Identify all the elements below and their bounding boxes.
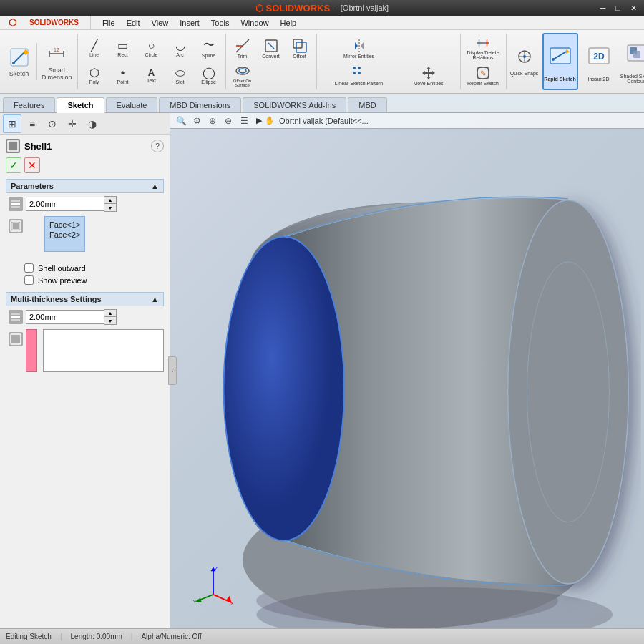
status-item-2: Length: 0.00mm (71, 633, 122, 640)
panel-config-btn[interactable]: ⊙ (43, 114, 62, 133)
tab-solidworks-addins[interactable]: SOLIDWORKS Add-Ins (243, 97, 346, 112)
title-bar: ⬡ SOLIDWORKS - [Obrtni valjak] ─ □ ✕ (0, 0, 644, 16)
face-list[interactable]: Face<1> Face<2> (44, 216, 85, 252)
slot-button[interactable]: ⬭ Slot (167, 62, 194, 88)
smart-dimension-button[interactable]: 12 (45, 42, 68, 65)
convert-entities-button[interactable]: Convert (258, 35, 285, 61)
search-icon[interactable]: 🔍 (175, 114, 187, 127)
parameters-label: Parameters (11, 182, 54, 190)
accept-button[interactable]: ✓ (6, 157, 21, 173)
svg-text:X: X (230, 600, 234, 607)
svg-line-64 (213, 595, 230, 602)
filter-icon[interactable]: ⚙ (190, 114, 203, 127)
shell-outward-checkbox[interactable] (24, 263, 34, 273)
face-item-2: Face<2> (48, 230, 82, 240)
circle-button[interactable]: ○ Circle (138, 35, 165, 61)
face-item-1: Face<1> (48, 220, 82, 230)
close-btn[interactable]: ✕ (626, 4, 641, 13)
thickness-decrement[interactable]: ▼ (104, 204, 116, 211)
panel-properties-btn[interactable]: ⊞ (3, 114, 21, 133)
display-delete-button[interactable]: Display/DeleteRelations (464, 35, 503, 61)
multi-thickness-input-wrap: ▲ ▼ (26, 309, 164, 325)
menu-bar: ⬡ SOLIDWORKS File Edit View Insert Tools… (0, 16, 644, 30)
sketch-button[interactable] (8, 46, 31, 69)
panel-snap-btn[interactable]: ✛ (63, 114, 82, 133)
axis-indicator: Z X Y (192, 564, 235, 607)
help-button[interactable]: ? (151, 140, 164, 152)
menu-view[interactable]: View (146, 17, 175, 29)
menu-edit[interactable]: Edit (121, 17, 146, 29)
expand-icon[interactable]: ⊕ (206, 114, 219, 127)
tab-evaluate[interactable]: Evaluate (106, 97, 158, 112)
menu-insert[interactable]: Insert (174, 17, 205, 29)
tab-bar: Features Sketch Evaluate MBD Dimensions … (0, 94, 644, 113)
parameters-section-header[interactable]: Parameters ▲ (6, 179, 164, 193)
svg-point-16 (353, 67, 356, 69)
multi-thickness-decrement[interactable]: ▼ (104, 317, 116, 324)
panel-display-btn[interactable]: ◑ (83, 114, 102, 133)
show-preview-checkbox[interactable] (24, 275, 34, 285)
offset-entities-button[interactable]: Offset (286, 35, 313, 61)
offset-on-surface-button[interactable]: Offset OnSurface (229, 62, 256, 88)
multi-thickness-collapse-icon: ▲ (151, 295, 159, 303)
point-button[interactable]: • Point (109, 62, 137, 88)
svg-rect-37 (9, 142, 16, 150)
instant2d-button[interactable]: 2D Instant2D (581, 33, 617, 90)
multi-thickness-increment[interactable]: ▲ (104, 310, 116, 317)
svg-point-52 (256, 587, 613, 628)
svg-rect-11 (293, 39, 302, 48)
thickness-increment[interactable]: ▲ (104, 197, 116, 204)
menu-window[interactable]: Window (235, 17, 274, 29)
arc-button[interactable]: ◡ Arc (167, 35, 194, 61)
shell-panel: Shell1 ? ✓ ✕ Parameters ▲ (0, 135, 170, 628)
shaded-sketch-button[interactable]: Shaded Sketch Contours (620, 33, 644, 90)
rectangle-button[interactable]: ▭ Rect (109, 35, 137, 61)
status-bar: Editing Sketch | Length: 0.00mm | Alpha/… (0, 628, 644, 644)
toolbar-right-section: Quick Snaps Rapid Sketch (507, 30, 644, 93)
quick-snaps-button[interactable]: Quick Snaps (509, 34, 540, 89)
settings-icon[interactable]: ☰ (238, 114, 250, 127)
menu-file[interactable]: File (97, 17, 121, 29)
text-button[interactable]: A Text (138, 62, 165, 88)
menu-tools[interactable]: Tools (205, 17, 235, 29)
status-separator-2: | (131, 633, 133, 640)
collapse-icon[interactable]: ⊖ (222, 114, 235, 127)
panel-collapse-handle[interactable]: › (168, 356, 177, 385)
mirror-entities-button[interactable]: Mirror Entities (320, 35, 399, 61)
spline-button[interactable]: 〜 Spline (195, 35, 223, 61)
tab-features[interactable]: Features (3, 97, 55, 112)
multi-thickness-input[interactable] (26, 310, 104, 324)
svg-point-30 (552, 58, 555, 61)
tab-sketch[interactable]: Sketch (57, 97, 104, 113)
multi-thickness-spinner: ▲ ▼ (104, 309, 117, 325)
menu-help[interactable]: Help (275, 17, 303, 29)
svg-point-56 (508, 200, 628, 584)
status-item-1: Editing Sketch (6, 633, 52, 640)
svg-rect-46 (11, 334, 21, 344)
tab-mbd-dimensions[interactable]: MBD Dimensions (159, 97, 241, 112)
ellipse-button[interactable]: ◯ Ellipse (195, 62, 223, 88)
linear-sketch-pattern-button[interactable]: Linear Sketch Pattern (320, 62, 399, 88)
shell-icon (6, 139, 20, 153)
smart-dim-section: 12 SmartDimension (37, 39, 77, 84)
hand-icon: ✋ (265, 116, 275, 125)
rapid-sketch-button[interactable]: Rapid Sketch (542, 33, 578, 90)
multi-thickness-section-header[interactable]: Multi-thickness Settings ▲ (6, 292, 164, 306)
repair-sketch-button[interactable]: ✎ Repair Sketch (464, 62, 503, 88)
panel-toolbar: ⊞ ≡ ⊙ ✛ ◑ (0, 113, 170, 135)
multi-thickness-face-list[interactable] (43, 329, 164, 372)
cylinder-viewport: Z X Y (170, 135, 644, 628)
panel-tree-btn[interactable]: ≡ (23, 114, 42, 133)
minimize-btn[interactable]: ─ (596, 4, 610, 13)
line-button[interactable]: ╱ Line (81, 35, 108, 61)
tab-mbd[interactable]: MBD (348, 97, 386, 112)
cancel-button[interactable]: ✕ (24, 157, 40, 173)
move-entities-button[interactable]: Move Entities (400, 62, 457, 88)
trim-entities-button[interactable]: Trim (229, 35, 256, 61)
maximize-btn[interactable]: □ (611, 4, 625, 13)
app-logo: ⬡ SOLIDWORKS (255, 3, 330, 14)
svg-point-14 (239, 69, 246, 73)
title-text: - [Obrtni valjak] (336, 4, 389, 12)
thickness-input[interactable] (26, 197, 104, 211)
polygon-button[interactable]: ⬡ Poly (81, 62, 108, 88)
